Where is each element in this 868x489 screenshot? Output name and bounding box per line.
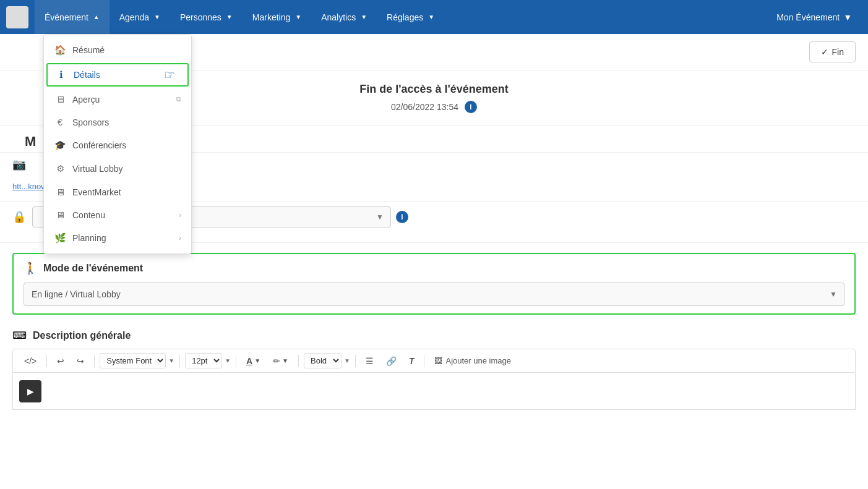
info-circle-icon[interactable]: i: [465, 101, 477, 113]
dropdown-item-sponsors[interactable]: € Sponsors: [44, 111, 191, 134]
external-link-icon: ⧉: [176, 95, 181, 103]
chevron-right-icon: ›: [179, 211, 181, 219]
checkmark-icon: ✓: [821, 47, 828, 57]
font-size-select[interactable]: 12pt: [185, 353, 222, 368]
nav-item-reglages[interactable]: Réglages ▼: [377, 0, 444, 34]
chevron-right-icon-2: ›: [179, 234, 181, 242]
nav-item-analytics[interactable]: Analytics ▼: [311, 0, 377, 34]
screen-icon: 🖥: [54, 187, 66, 197]
dropdown-item-virtual-lobby[interactable]: ⚙ Virtual Lobby: [44, 157, 191, 181]
dropdown-item-eventmarket[interactable]: 🖥 EventMarket: [44, 181, 191, 203]
font-family-select[interactable]: System Font: [100, 353, 166, 368]
list-button[interactable]: ☰: [361, 354, 379, 368]
divider-6: [355, 355, 356, 367]
link-icon: 🔗: [386, 356, 397, 366]
redo-button[interactable]: ↪: [72, 354, 89, 368]
divider-3: [179, 355, 180, 367]
fin-button[interactable]: ✓ Fin: [809, 41, 856, 62]
chevron-down-icon: ▼: [361, 14, 367, 20]
editor-area[interactable]: ▶: [12, 373, 856, 410]
clear-format-button[interactable]: T: [404, 354, 419, 368]
info-icon: ℹ: [55, 69, 67, 80]
highlight-chevron: ▼: [282, 357, 288, 364]
play-icon: ▶: [27, 386, 34, 396]
bold-chevron: ▼: [344, 357, 350, 364]
dropdown-item-contenu[interactable]: 🖥 Contenu ›: [44, 203, 191, 226]
list-icon: ☰: [366, 356, 374, 366]
gear-icon: ⚙: [54, 163, 66, 174]
mode-header: 🚶 Mode de l'événement: [24, 262, 844, 275]
font-family-chevron: ▼: [168, 357, 174, 364]
add-image-button[interactable]: 🖼 Ajouter une image: [429, 354, 516, 368]
nav-item-personnes[interactable]: Personnes ▼: [170, 0, 243, 34]
mode-select[interactable]: En ligne / Virtual Lobby: [24, 283, 844, 306]
mode-select-wrap: En ligne / Virtual Lobby ▼: [24, 283, 844, 306]
font-color-chevron: ▼: [254, 357, 260, 364]
font-color-button[interactable]: A ▼: [241, 354, 265, 368]
divider-2: [94, 355, 95, 367]
chevron-down-icon: ▼: [843, 12, 852, 22]
chevron-down-icon: ▼: [295, 14, 301, 20]
camera-icon: 📷: [12, 158, 26, 171]
top-navigation: Événement ▲ Agenda ▼ Personnes ▼ Marketi…: [0, 0, 868, 34]
chevron-down-icon: ▼: [428, 14, 434, 20]
chevron-up-icon: ▲: [93, 14, 100, 20]
mode-title: Mode de l'événement: [43, 263, 143, 274]
highlight-icon: ✏: [273, 356, 280, 366]
cursor: ☞: [164, 67, 175, 82]
dropdown-item-conferenciers[interactable]: 🎓 Conférenciers: [44, 134, 191, 157]
keyboard-icon: ⌨: [12, 330, 27, 341]
divider-4: [236, 355, 236, 367]
link-button[interactable]: 🔗: [381, 354, 402, 368]
nav-item-marketing[interactable]: Marketing ▼: [243, 0, 311, 34]
desc-title: Description générale: [33, 330, 131, 341]
home-icon: 🏠: [54, 45, 66, 56]
monitor-icon-2: 🖥: [54, 210, 66, 220]
highlight-button[interactable]: ✏ ▼: [268, 354, 293, 368]
divider-7: [424, 355, 424, 367]
divider-1: [46, 355, 47, 367]
undo-button[interactable]: ↩: [52, 354, 69, 368]
nav-items: Événement ▲ Agenda ▼ Personnes ▼ Marketi…: [35, 0, 767, 34]
chevron-down-icon: ▼: [226, 14, 233, 20]
desc-header: ⌨ Description générale: [12, 330, 856, 349]
undo-icon: ↩: [57, 356, 64, 366]
chevron-down-icon: ▼: [154, 14, 160, 20]
nav-item-agenda[interactable]: Agenda ▼: [110, 0, 170, 34]
nav-right-mon-evenement[interactable]: Mon Événement ▼: [767, 0, 862, 34]
person-walk-icon: 🚶: [24, 262, 37, 275]
description-section: ⌨ Description générale </> ↩ ↪ System Fo…: [0, 325, 868, 410]
editor-toolbar: </> ↩ ↪ System Font ▼ 12pt ▼ A ▼: [12, 349, 856, 373]
image-icon: 🖼: [434, 356, 442, 365]
dropdown-item-planning[interactable]: 🌿 Planning ›: [44, 226, 191, 250]
info-circle-icon-2[interactable]: i: [396, 211, 408, 223]
euro-icon: €: [54, 117, 66, 127]
evenement-dropdown: 🏠 Résumé ℹ Détails ☞ 🖥 Aperçu ⧉ € Sponso…: [43, 34, 192, 254]
play-button[interactable]: ▶: [19, 380, 41, 402]
dropdown-item-details[interactable]: ℹ Détails ☞: [46, 63, 189, 87]
lock-icon: 🔒: [12, 210, 26, 224]
redo-icon: ↪: [77, 356, 84, 366]
dropdown-item-resume[interactable]: 🏠 Résumé: [44, 38, 191, 62]
event-mode-section: 🚶 Mode de l'événement En ligne / Virtual…: [12, 253, 856, 315]
code-button[interactable]: </>: [19, 354, 41, 368]
dropdown-item-apercu[interactable]: 🖥 Aperçu ⧉: [44, 88, 191, 111]
divider-5: [298, 355, 299, 367]
leaf-icon: 🌿: [54, 232, 66, 244]
monitor-icon: 🖥: [54, 94, 66, 104]
code-icon: </>: [24, 356, 37, 366]
logo: [6, 6, 28, 28]
font-color-icon: A: [246, 356, 252, 366]
nav-item-evenement[interactable]: Événement ▲: [35, 0, 110, 34]
clear-format-icon: T: [409, 356, 415, 366]
graduation-icon: 🎓: [54, 140, 66, 151]
bold-select[interactable]: Bold: [304, 353, 342, 368]
font-size-chevron: ▼: [225, 357, 231, 364]
